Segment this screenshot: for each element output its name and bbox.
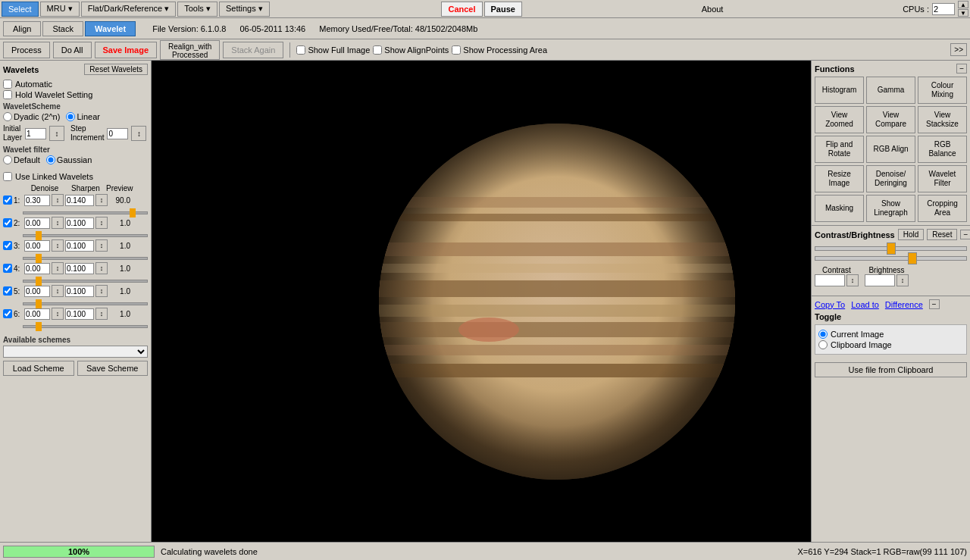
show-align-points-label[interactable]: Show AlignPoints [373,45,449,55]
layer-3-slider[interactable] [23,257,148,260]
show-processing-area-label[interactable]: Show Processing Area [452,45,547,55]
layer-4-denoise-input[interactable] [24,263,50,274]
select-button[interactable]: Select [2,2,39,17]
rgb-align-button[interactable]: RGB Align [866,136,915,163]
layer-3-denoise-btn[interactable]: ↕ [52,239,64,252]
layer-6-sharpen-btn[interactable]: ↕ [95,308,108,320]
layer-4-slider[interactable] [23,280,148,283]
layer-2-check[interactable] [3,218,12,227]
layer-2-denoise-btn[interactable]: ↕ [52,217,64,229]
layer-6-sharpen-input[interactable] [65,308,94,320]
use-linked-label[interactable]: Use Linked Wavelets [3,172,148,181]
contrast-input[interactable]: 100 [815,274,845,286]
tab-stack[interactable]: Stack [42,21,83,36]
initial-layer-input[interactable] [25,128,46,139]
tab-align[interactable]: Align [3,21,41,36]
view-zoomed-button[interactable]: View Zoomed [815,106,864,133]
layer-5-denoise-input[interactable] [24,286,50,297]
layer-1-denoise-btn[interactable]: ↕ [52,194,64,206]
hold-wavelet-check[interactable] [3,90,12,99]
layer-6-denoise-btn[interactable]: ↕ [52,308,64,320]
pause-button[interactable]: Pause [484,2,522,17]
view-stacksize-button[interactable]: View Stacksize [918,106,967,133]
contrast-collapse-button[interactable]: − [960,230,970,239]
show-linegraph-button[interactable]: Show Linegraph [866,195,915,222]
colour-mixing-button[interactable]: Colour Mixing [918,77,967,104]
layer-5-denoise-btn[interactable]: ↕ [52,285,64,297]
layer-1-sharpen-input[interactable] [65,195,94,206]
linear-radio-label[interactable]: Linear [66,112,100,121]
view-compare-button[interactable]: View Compare [866,106,915,133]
stack-again-button[interactable]: Stack Again [223,42,283,58]
save-image-button[interactable]: Save Image [95,42,158,58]
realign-button[interactable]: Realign_with Processed [160,40,220,60]
gamma-button[interactable]: Gamma [866,77,915,104]
layer-3-sharpen-btn[interactable]: ↕ [95,239,108,252]
copy-to-link[interactable]: Copy To [815,300,845,309]
cpu-input[interactable] [932,3,955,15]
tools-button[interactable]: Tools ▾ [177,2,217,17]
layer-2-sharpen-input[interactable] [65,217,94,229]
clipboard-image-option[interactable]: Clipboard Image [818,340,963,349]
layer-2-slider[interactable] [23,234,148,237]
layer-1-denoise-input[interactable] [24,195,50,206]
automatic-check[interactable] [3,80,12,89]
show-full-image-label[interactable]: Show Full Image [296,45,370,55]
brightness-slider[interactable] [815,256,967,261]
save-scheme-button[interactable]: Save Scheme [77,361,149,376]
masking-button[interactable]: Masking [815,195,864,222]
cancel-button[interactable]: Cancel [441,2,482,17]
do-all-button[interactable]: Do All [53,42,92,58]
show-full-image-check[interactable] [296,45,305,55]
flat-dark-button[interactable]: Flat/Dark/Reference ▾ [81,2,176,17]
hold-wavelet-label[interactable]: Hold Wavelet Setting [3,90,148,99]
rgb-balance-button[interactable]: RGB Balance [918,136,967,163]
settings-button[interactable]: Settings ▾ [219,2,270,17]
denoise-button[interactable]: Denoise/ Deringing [866,165,915,192]
layer-4-sharpen-btn[interactable]: ↕ [95,262,108,274]
layer-6-slider[interactable] [23,325,148,328]
layer-1-sharpen-btn[interactable]: ↕ [95,194,108,206]
layer-5-slider[interactable] [23,302,148,305]
layer-5-check[interactable] [3,286,12,296]
layer-2-denoise-input[interactable] [24,217,50,229]
tab-wavelet[interactable]: Wavelet [85,21,136,36]
clipboard-image-radio[interactable] [818,340,828,349]
use-linked-check[interactable] [3,172,12,181]
difference-link[interactable]: Difference [885,300,923,309]
histogram-button[interactable]: Histogram [815,77,864,104]
layer-5-sharpen-input[interactable] [65,286,94,297]
show-align-points-check[interactable] [373,45,382,55]
cpu-down[interactable]: ▼ [958,9,968,17]
layer-6-denoise-input[interactable] [24,308,50,320]
dyadic-radio-label[interactable]: Dyadic (2^n) [3,112,60,121]
linear-radio[interactable] [66,112,75,121]
functions-collapse-button[interactable]: − [956,64,967,74]
brightness-adj-button[interactable]: ↕ [896,274,909,286]
layer-1-slider[interactable] [23,211,148,214]
contrast-reset-button[interactable]: Reset [927,229,957,240]
expand-button[interactable]: >> [950,43,967,56]
layer-2-sharpen-btn[interactable]: ↕ [95,217,108,229]
brightness-input[interactable]: 0 [865,274,895,286]
current-image-radio[interactable] [818,330,828,339]
layer-3-check[interactable] [3,241,12,250]
layer-4-sharpen-input[interactable] [65,263,94,274]
show-processing-area-check[interactable] [452,45,461,55]
reset-wavelets-button[interactable]: Reset Wavelets [84,64,148,75]
layer-3-sharpen-input[interactable] [65,240,94,252]
layer-4-check[interactable] [3,264,12,273]
copy-collapse-button[interactable]: − [929,299,940,309]
gaussian-radio[interactable] [46,155,55,164]
process-button[interactable]: Process [3,42,50,58]
layer-4-denoise-btn[interactable]: ↕ [52,262,64,274]
default-radio[interactable] [3,155,12,164]
load-to-link[interactable]: Load to [851,300,879,309]
current-image-option[interactable]: Current Image [818,330,963,339]
layer-1-check[interactable] [3,196,12,205]
load-scheme-button[interactable]: Load Scheme [3,361,74,376]
scheme-select[interactable] [3,346,148,358]
flip-rotate-button[interactable]: Flip and Rotate [815,136,864,163]
step-btn[interactable]: ↕ [131,126,146,141]
cropping-area-button[interactable]: Cropping Area [918,195,967,222]
